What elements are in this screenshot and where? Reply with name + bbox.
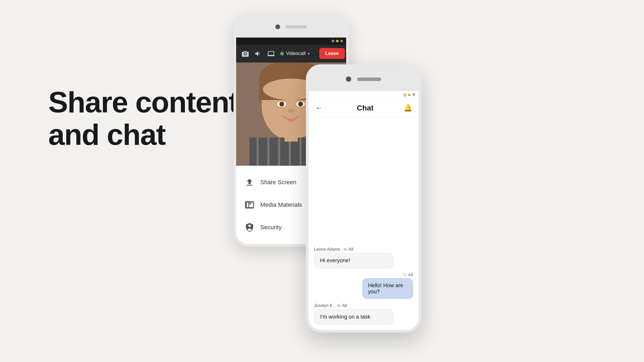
- bell-icon[interactable]: 🔔: [404, 104, 412, 112]
- security-icon: [244, 222, 255, 233]
- msg-2-to: All: [408, 272, 413, 277]
- svg-point-7: [279, 102, 284, 106]
- phone-front-bezel: [309, 67, 419, 91]
- videocall-button[interactable]: Videocall ▾: [280, 51, 310, 56]
- message-2: To All Hello! How are you?: [353, 272, 413, 299]
- back-arrow-icon[interactable]: ←: [315, 104, 323, 112]
- front-speaker: [357, 77, 381, 81]
- green-status-dot: [280, 52, 284, 56]
- status-icon-3: [340, 40, 343, 42]
- videocall-label: Videocall: [286, 51, 306, 56]
- hero-text-block: Share content and chat: [48, 86, 238, 151]
- media-materials-icon: [244, 200, 255, 210]
- msg-1-sender: Leona Adams . to All: [314, 247, 413, 252]
- svg-point-9: [288, 109, 294, 113]
- msg-1-to: All: [349, 247, 353, 252]
- hero-line1: Share content: [48, 86, 238, 119]
- back-speaker: [286, 25, 307, 28]
- phone-front: ← Chat 🔔 Leona Adams . to All Hi eve: [306, 64, 421, 333]
- chat-title: Chat: [327, 104, 404, 112]
- camera-icon[interactable]: [241, 49, 249, 58]
- phone-front-inner: ← Chat 🔔 Leona Adams . to All Hi eve: [309, 67, 419, 330]
- security-label: Security: [260, 224, 281, 231]
- chat-header: ← Chat 🔔: [309, 99, 419, 117]
- mic-icon[interactable]: [254, 49, 262, 58]
- status-icon-1: [332, 40, 334, 42]
- back-camera: [275, 24, 280, 29]
- msg-2-to-label: To All: [403, 272, 413, 277]
- msg-3-bubble: I'm working on a task: [314, 309, 393, 324]
- hero-title: Share content and chat: [48, 86, 238, 151]
- msg-1-sender-name: Leona Adams: [314, 247, 340, 252]
- spacer: [314, 123, 413, 243]
- svg-point-8: [298, 102, 303, 106]
- sb-icon-2: [408, 94, 411, 96]
- msg-1-bubble: Hi everyone!: [314, 253, 393, 268]
- msg-3-to: All: [342, 303, 347, 308]
- chevron-down-icon: ▾: [308, 51, 310, 56]
- msg-3-sender-name: Jocelyn K.: [314, 303, 334, 308]
- share-screen-label: Share Screen: [260, 179, 297, 186]
- videocall-toolbar: Videocall ▾ Leave: [236, 45, 346, 62]
- message-1: Leona Adams . to All Hi everyone!: [314, 247, 413, 268]
- phone-back-bezel: [236, 16, 346, 38]
- sb-icon-3: [412, 94, 415, 96]
- phones-container: Videocall ▾ Leave: [215, 0, 644, 362]
- screen-share-icon[interactable]: [267, 49, 275, 58]
- svg-rect-18: [284, 134, 298, 142]
- message-3: Jocelyn K. . to All I'm working on a tas…: [314, 303, 413, 324]
- leave-button[interactable]: Leave: [319, 48, 345, 59]
- chat-status-bar: [309, 91, 419, 99]
- hero-line2: and chat: [48, 118, 165, 151]
- msg-3-sender: Jocelyn K. . to All: [314, 303, 413, 308]
- share-screen-icon: [244, 177, 255, 188]
- front-camera: [346, 76, 351, 82]
- media-materials-label: Media Materials: [260, 201, 302, 208]
- chat-messages: Leona Adams . to All Hi everyone! To All…: [309, 117, 419, 330]
- status-icon-2: [336, 40, 339, 42]
- status-bar: [236, 38, 346, 45]
- msg-2-bubble: Hello! How are you?: [362, 278, 413, 299]
- sb-icon-1: [404, 94, 406, 96]
